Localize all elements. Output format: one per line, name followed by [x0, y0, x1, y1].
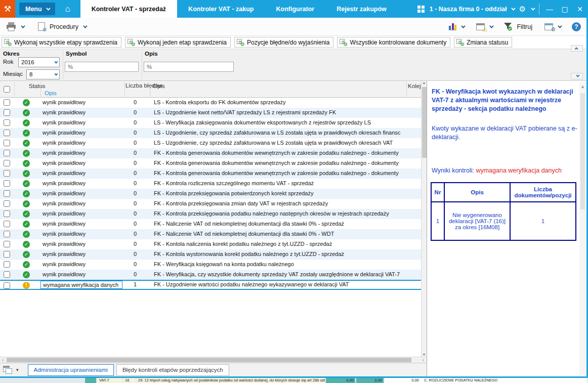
windows-list-icon[interactable] [3, 366, 13, 374]
row-checkbox[interactable] [4, 282, 10, 289]
bottom-tab[interactable]: Błędy kontroli etapów poprzedzających [116, 364, 229, 376]
row-checkbox[interactable] [4, 210, 10, 217]
row-checkbox[interactable] [4, 99, 10, 106]
action-button[interactable]: ⚙⚙Wszystkie kontrolowane dokumenty [337, 37, 450, 48]
symbol-input[interactable] [65, 62, 139, 72]
menu-button[interactable]: Menu [19, 3, 55, 15]
miesiac-select[interactable]: 8 [26, 69, 60, 79]
vertical-scrollbar[interactable]: ▲▼ [421, 81, 427, 357]
table-row[interactable]: ✓wynik prawidłowy0FK - Kontrola przeksię… [0, 199, 427, 209]
table-row[interactable]: ✓wynik prawidłowy0FK - Weryfikacja księg… [0, 260, 427, 270]
table-row[interactable]: ✓wynik prawidłowy0FK - Kontrola generowa… [0, 168, 427, 179]
chart-icon[interactable] [449, 23, 456, 30]
bg-doc-symbol: VAT-7 [97, 378, 122, 383]
action-button[interactable]: ⚙⚙Wykonaj jeden etap sprawdzenia [125, 37, 231, 48]
status-ok-icon: ✓ [23, 261, 30, 268]
table-row[interactable]: ✓wynik prawidłowy0FK - Naliczenie VAT od… [0, 219, 427, 229]
col-liczba-bledow[interactable]: Liczba błędów [125, 82, 150, 89]
dropdown-arrow-icon[interactable]: ▾ [16, 367, 19, 372]
row-checkbox[interactable] [4, 200, 10, 207]
home-icon[interactable]: ⌂ [59, 0, 76, 18]
close-button[interactable]: ✕ [575, 5, 585, 13]
titlebar-tab[interactable]: Kontroler VAT - sprzedaż [80, 0, 177, 18]
panel-table-header: Nr [431, 183, 444, 202]
filter-button[interactable]: Filtruj [517, 23, 532, 30]
table-row[interactable]: ✓wynik prawidłowy0FK - Kontrola generowa… [0, 148, 427, 158]
row-checkbox[interactable] [4, 251, 10, 258]
error-count: 0 [120, 261, 137, 267]
apps-grid-icon[interactable] [417, 6, 425, 13]
col-opis[interactable]: Opis [153, 83, 165, 89]
row-checkbox[interactable] [4, 160, 10, 166]
divider [142, 50, 142, 79]
row-checkbox[interactable] [4, 109, 10, 116]
error-count: 0 [120, 210, 137, 217]
chevron-down-icon[interactable] [461, 24, 466, 28]
action-button[interactable]: ⚙⚙Wykonaj wszystkie etapy sprawdzenia [2, 37, 121, 48]
row-checkbox[interactable] [4, 221, 10, 227]
row-checkbox[interactable] [4, 261, 10, 268]
bottom-tab[interactable]: Administracja uprawnieniami [28, 364, 114, 376]
company-selector[interactable]: 1 - Nasza firma 0 - oddział [430, 6, 514, 13]
row-checkbox[interactable] [4, 119, 10, 126]
horizontal-scrollbar[interactable]: ‹› [0, 357, 427, 363]
filter-collapse-up-button[interactable] [571, 45, 583, 52]
table-row[interactable]: ✓wynik prawidłowy0FK - Weryfikacja, czy … [0, 270, 427, 280]
col-status[interactable]: Status [29, 83, 46, 89]
panel-table-cell: 1 [431, 202, 444, 240]
col-status-opis[interactable]: Opis [45, 90, 57, 96]
table-row[interactable]: ✓wynik prawidłowy0FK - Kontrola przeksię… [0, 209, 427, 219]
bg-cell [85, 378, 96, 383]
printer-icon[interactable] [6, 22, 16, 31]
titlebar-tab[interactable]: Kontroler VAT - zakup [177, 0, 265, 18]
table-row[interactable]: ✓wynik prawidłowy0FK - Kontola wystornow… [0, 249, 427, 260]
table-row[interactable]: ✓wynik prawidłowy0LS - Uzgodnienie kwot … [0, 108, 427, 118]
table-row[interactable]: ✓wynik prawidłowy0FK - Kontola naliczeni… [0, 239, 427, 249]
row-checkbox[interactable] [4, 231, 10, 237]
procedures-button[interactable]: Procedury [50, 23, 78, 30]
titlebar-tab[interactable]: Rejestr zakupów [325, 0, 398, 18]
select-all-checkbox[interactable] [4, 86, 10, 93]
row-checkbox[interactable] [4, 271, 10, 278]
gear-icon[interactable]: ⚙ [519, 5, 526, 14]
table-row[interactable]: ✓wynik prawidłowy0FK - Kontrola przeksię… [0, 189, 427, 199]
status-ok-icon: ✓ [23, 150, 30, 157]
titlebar-tab[interactable]: Konfigurator [265, 0, 326, 18]
rok-select[interactable]: 2016 [18, 57, 60, 67]
table-row[interactable]: ✓wynik prawidłowy0FK - Kontrola rozlicze… [0, 179, 427, 189]
chevron-down-icon[interactable] [21, 24, 25, 28]
action-button[interactable]: ⚙⚙Pozycje błędne/do wyjaśnienia [234, 37, 333, 48]
chevron-down-icon[interactable] [531, 6, 535, 10]
row-checkbox[interactable] [4, 190, 10, 197]
panel-scrollbar[interactable]: ▲ [579, 82, 586, 376]
filter-funnel-icon[interactable] [503, 22, 512, 31]
maximize-button[interactable]: ▢ [560, 5, 570, 13]
table-settings-icon[interactable]: ⚙ [544, 23, 553, 30]
filter-collapse-down-button[interactable] [571, 73, 583, 79]
table-row[interactable]: ✓wynik prawidłowy0FK - Naliczenie VAT od… [0, 229, 427, 239]
table-row[interactable]: ✓wynik prawidłowy0FK - Kontrola generowa… [0, 158, 427, 168]
opis-input[interactable] [144, 62, 234, 72]
chevron-down-icon[interactable] [490, 24, 494, 28]
minimize-button[interactable]: — [544, 5, 555, 13]
chevron-down-icon[interactable] [558, 24, 562, 28]
action-button[interactable]: ⚙⚙Zmiana statusu [454, 37, 512, 48]
table-row[interactable]: ✓wynik prawidłowy0LS - Uzgodnienie, czy … [0, 138, 427, 148]
row-checkbox[interactable] [4, 241, 10, 247]
table-row[interactable]: ✓wynik prawidłowy0LS - Kontrola eksportu… [0, 98, 427, 108]
window-warning-icon[interactable]: ⚠ [476, 23, 485, 30]
row-checkbox[interactable] [4, 180, 10, 187]
help-icon[interactable]: ? [572, 22, 581, 31]
row-checkbox[interactable] [4, 150, 10, 156]
row-checkbox[interactable] [4, 140, 10, 146]
table-row[interactable]: ✓wynik prawidłowy0LS - Uzgodnienie, czy … [0, 128, 427, 138]
row-description: LS - Uzgodnienie, czy sprzedaż zafakturo… [154, 140, 418, 146]
chevron-down-icon[interactable] [83, 24, 87, 28]
filter-panel: Okres Rok 2016 Miesiąc 8 Symbol Opis [0, 49, 588, 81]
status-ok-icon: ✓ [23, 190, 30, 197]
table-row[interactable]: !wymagana weryfikacja danych1FK - Uzgodn… [0, 280, 427, 290]
table-row[interactable]: ✓wynik prawidłowy0LS - Weryfikacja zaksi… [0, 118, 427, 128]
row-checkbox[interactable] [4, 170, 10, 177]
status-ok-icon: ✓ [23, 200, 30, 207]
row-checkbox[interactable] [4, 130, 10, 136]
